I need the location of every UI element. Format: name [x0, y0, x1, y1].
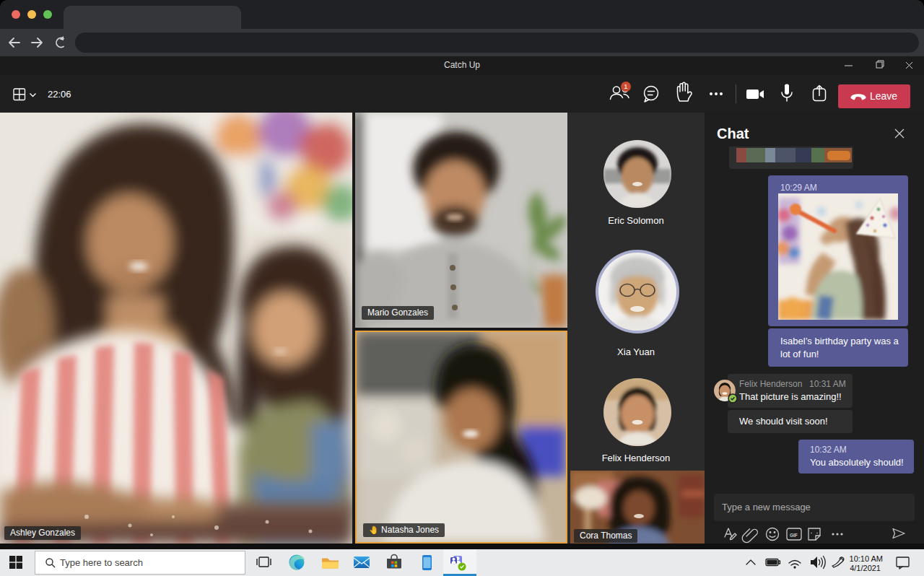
svg-text:10:10 AM: 10:10 AM: [850, 554, 883, 563]
svg-text:1: 1: [624, 82, 627, 90]
svg-text:GIF: GIF: [790, 533, 798, 538]
svg-text:4/1/2021: 4/1/2021: [850, 564, 881, 572]
